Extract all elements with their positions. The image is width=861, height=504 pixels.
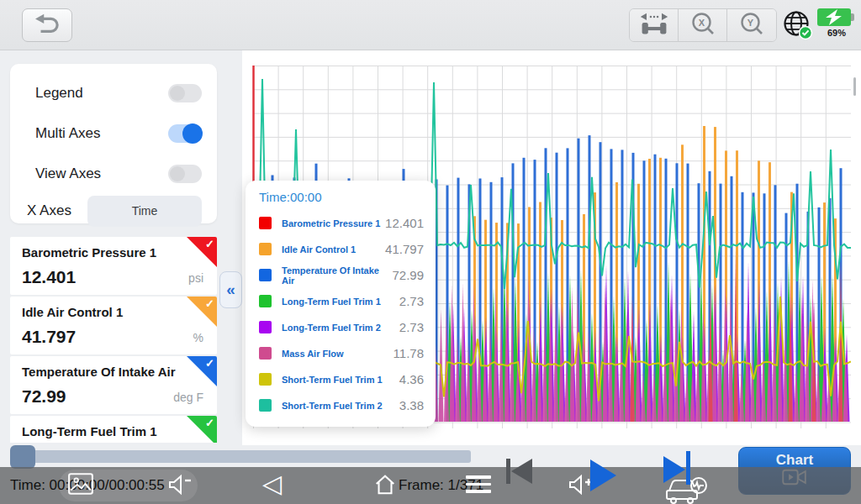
series-name: Mass Air Flow bbox=[282, 349, 394, 359]
series-name: Short-Term Fuel Trim 2 bbox=[282, 401, 399, 411]
parameter-card-idle-air-control[interactable]: ✓ Idle Air Control 1 41.797 % bbox=[10, 297, 217, 354]
check-icon: ✓ bbox=[205, 417, 214, 429]
series-name: Long-Term Fuel Trim 2 bbox=[282, 323, 399, 333]
battery-icon bbox=[817, 8, 851, 26]
series-color-swatch bbox=[259, 295, 272, 307]
skip-to-end-button[interactable] bbox=[663, 451, 690, 485]
timeline-scrollbar-thumb[interactable] bbox=[10, 445, 35, 469]
legend-row: Legend bbox=[10, 76, 217, 111]
check-icon: ✓ bbox=[205, 238, 214, 250]
tooltip-row: Short-Term Fuel Trim 1 4.36 bbox=[257, 368, 424, 391]
tooltip-row: Temperature Of Intake Air 72.99 bbox=[257, 264, 424, 286]
android-back-icon[interactable]: ◁ bbox=[262, 465, 282, 502]
series-value: 12.401 bbox=[385, 216, 424, 230]
collapse-panel-button[interactable]: « bbox=[219, 271, 242, 308]
chart-tool-group: X Y bbox=[629, 8, 777, 42]
series-color-swatch bbox=[259, 217, 272, 229]
top-bar: X Y bbox=[0, 0, 861, 50]
parameter-unit: deg F bbox=[173, 391, 203, 404]
skip-to-start-button[interactable] bbox=[506, 459, 532, 484]
series-name: Short-Term Fuel Trim 1 bbox=[282, 375, 399, 385]
view-axes-toggle[interactable] bbox=[168, 165, 202, 183]
battery-percent: 69% bbox=[817, 28, 856, 38]
battery-indicator: 69% bbox=[817, 8, 856, 38]
x-axes-value-button[interactable]: Time bbox=[87, 196, 202, 227]
series-value: 2.73 bbox=[399, 294, 424, 308]
chart-tooltip: Time:00:00 Barometric Pressure 1 12.401 … bbox=[246, 181, 436, 427]
series-value: 4.36 bbox=[399, 372, 424, 386]
return-arrow-icon bbox=[33, 12, 61, 39]
measure-icon bbox=[639, 10, 669, 40]
tooltip-row: Mass Air Flow 11.78 bbox=[257, 342, 424, 365]
check-icon: ✓ bbox=[205, 297, 214, 310]
parameter-name: Temperature Of Intake Air bbox=[22, 365, 176, 379]
android-home-icon[interactable] bbox=[373, 473, 397, 500]
zoom-x-button[interactable]: X bbox=[679, 9, 727, 41]
parameter-name: Long-Term Fuel Trim 1 bbox=[22, 424, 157, 438]
parameter-card-long-term-fuel-trim-1[interactable]: ✓ Long-Term Fuel Trim 1 bbox=[10, 416, 217, 443]
series-name: Temperature Of Intake Air bbox=[282, 265, 392, 286]
view-axes-label: View Axes bbox=[35, 165, 101, 182]
legend-toggle[interactable] bbox=[168, 84, 202, 102]
parameter-value: 12.401 bbox=[22, 267, 76, 287]
parameter-name: Idle Air Control 1 bbox=[22, 305, 123, 319]
measure-button[interactable] bbox=[630, 9, 679, 41]
android-nav-bar: Time: 00:00:00/00:00:55 ◁ Frame: 1/371 bbox=[0, 467, 861, 504]
x-axes-label: X Axes bbox=[27, 202, 71, 219]
zoom-y-icon: Y bbox=[739, 11, 764, 39]
series-color-swatch bbox=[259, 399, 272, 412]
chart-options-panel: Legend Multi Axes View Axes X Axes Time bbox=[10, 64, 217, 223]
tooltip-row: Barometric Pressure 1 12.401 bbox=[257, 212, 424, 234]
series-color-swatch bbox=[259, 321, 272, 333]
parameter-card-barometric-pressure[interactable]: ✓ Barometric Pressure 1 12.401 psi bbox=[10, 237, 217, 295]
series-name: Idle Air Control 1 bbox=[282, 244, 385, 255]
tooltip-row: Long-Term Fuel Trim 2 2.73 bbox=[257, 316, 424, 339]
timeline-scrollbar-track[interactable] bbox=[10, 450, 471, 463]
network-globe-icon[interactable] bbox=[782, 9, 814, 45]
multi-axes-toggle[interactable] bbox=[168, 124, 202, 143]
tooltip-row: Short-Term Fuel Trim 2 3.38 bbox=[257, 394, 424, 417]
legend-label: Legend bbox=[35, 85, 83, 102]
series-name: Long-Term Fuel Trim 1 bbox=[282, 297, 399, 307]
series-name: Barometric Pressure 1 bbox=[282, 218, 385, 228]
x-axes-row: X Axes Time bbox=[10, 193, 217, 228]
multi-axes-row: Multi Axes bbox=[10, 116, 217, 151]
chart-button-label: Chart bbox=[776, 453, 813, 468]
zoom-y-button[interactable]: Y bbox=[727, 9, 776, 41]
screenshot-icon[interactable] bbox=[67, 471, 94, 500]
tooltip-row: Long-Term Fuel Trim 1 2.73 bbox=[257, 290, 424, 312]
tooltip-time: Time:00:00 bbox=[259, 190, 424, 204]
view-axes-row: View Axes bbox=[10, 156, 217, 192]
series-color-swatch bbox=[259, 373, 272, 386]
series-color-swatch bbox=[259, 347, 272, 360]
tooltip-row: Idle Air Control 1 41.797 bbox=[257, 238, 424, 260]
parameter-unit: % bbox=[193, 331, 203, 344]
svg-text:X: X bbox=[698, 18, 705, 28]
series-value: 3.38 bbox=[399, 398, 424, 412]
series-color-swatch bbox=[259, 243, 272, 255]
chart-scroll-indicator bbox=[853, 77, 856, 96]
parameter-card-intake-air-temp[interactable]: ✓ Temperature Of Intake Air 72.99 deg F bbox=[10, 356, 217, 414]
parameter-unit: psi bbox=[188, 271, 203, 285]
menu-icon[interactable] bbox=[466, 475, 491, 497]
series-value: 41.797 bbox=[385, 242, 424, 256]
multi-axes-label: Multi Axes bbox=[35, 125, 100, 142]
series-color-swatch bbox=[259, 269, 272, 281]
series-value: 72.99 bbox=[392, 268, 424, 282]
svg-text:Y: Y bbox=[747, 18, 754, 28]
volume-down-icon[interactable] bbox=[166, 473, 193, 500]
play-button[interactable] bbox=[590, 459, 616, 491]
parameter-name: Barometric Pressure 1 bbox=[22, 245, 156, 260]
series-value: 11.78 bbox=[394, 346, 424, 360]
check-icon: ✓ bbox=[205, 357, 214, 370]
parameter-list: ✓ Barometric Pressure 1 12.401 psi ✓ Idl… bbox=[10, 237, 217, 443]
parameter-value: 41.797 bbox=[22, 327, 76, 347]
parameter-value: 72.99 bbox=[22, 386, 66, 407]
back-button[interactable] bbox=[22, 8, 72, 42]
series-value: 2.73 bbox=[399, 320, 424, 334]
zoom-x-icon: X bbox=[690, 11, 716, 39]
